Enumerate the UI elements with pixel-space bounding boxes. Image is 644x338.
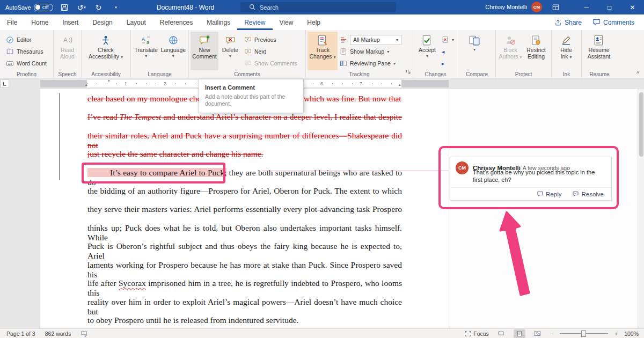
tab-home[interactable]: Home — [24, 14, 55, 30]
reviewing-pane-button[interactable]: Reviewing Pane ▾ — [338, 58, 404, 69]
tab-references[interactable]: References — [153, 14, 200, 30]
show-markup-icon — [340, 48, 347, 55]
group-accessibility: Check Accessibility ▾ Accessibility — [82, 30, 131, 78]
page-indicator[interactable]: Page 1 of 3 — [6, 330, 35, 337]
thesaurus-button[interactable]: Thesaurus — [4, 46, 49, 57]
next-change-button[interactable]: ▸ — [440, 58, 456, 69]
zoom-slider-handle[interactable] — [581, 330, 586, 337]
new-comment-button[interactable]: New Comment — [191, 32, 218, 70]
spelling-flagged-word[interactable]: Sycorax — [119, 278, 146, 288]
quick-access-customize-button[interactable]: ▾ — [110, 0, 122, 14]
word-count-button[interactable]: 123 Word Count — [4, 58, 49, 69]
read-mode-icon — [497, 330, 504, 337]
previous-change-button[interactable]: ◂ — [440, 46, 456, 57]
globe-icon — [168, 33, 179, 47]
svg-text:123: 123 — [8, 62, 12, 65]
editor-button[interactable]: Editor — [4, 34, 49, 45]
body-text-line[interactable]: the bidding of an authority figure—Prosp… — [87, 186, 402, 198]
compare-button[interactable]: ▾ — [460, 32, 489, 70]
save-icon — [60, 3, 69, 12]
body-text-line[interactable]: they serve their masters varies: Ariel p… — [87, 204, 402, 216]
ribbon-review: Editor Thesaurus 123 Word Count Proofing… — [0, 30, 644, 78]
save-button[interactable] — [58, 0, 70, 14]
tab-selector-button[interactable] — [1, 79, 9, 88]
body-text-line[interactable]: thinks up; Puck does what he is told, bu… — [87, 223, 402, 235]
hide-ink-button[interactable]: Hide Ink ▾ — [553, 32, 579, 70]
tab-insert[interactable]: Insert — [55, 14, 85, 30]
zoom-out-button[interactable]: − — [550, 330, 553, 337]
all-markup-select[interactable]: All Markup ▾ — [350, 35, 401, 45]
show-comments-button[interactable]: Show Comments — [242, 58, 299, 69]
annotation-box-comment-card — [438, 146, 619, 209]
user-name: Chrissy Montelli — [485, 4, 527, 10]
collapse-ribbon-button[interactable]: ^ — [636, 70, 639, 77]
focus-icon — [465, 330, 471, 337]
left-indent-marker[interactable]: ▴ — [85, 83, 87, 87]
word-count-indicator[interactable]: 862 words — [45, 330, 71, 337]
next-comment-button[interactable]: Next — [242, 46, 299, 57]
zoom-in-button[interactable]: + — [614, 330, 618, 337]
web-layout-icon — [534, 330, 541, 337]
comments-panel-button[interactable]: Comments — [592, 18, 634, 26]
restrict-editing-button[interactable]: Restrict Editing — [523, 32, 549, 70]
read-mode-button[interactable] — [495, 329, 507, 338]
zoom-level[interactable]: 100% — [624, 330, 639, 337]
deleted-text-line[interactable]: just recycle the same character and chan… — [87, 149, 402, 161]
autosave-toggle[interactable]: AutoSave Off — [5, 4, 53, 11]
close-button[interactable]: ✕ — [621, 0, 644, 14]
undo-button[interactable]: ↺▾ — [76, 0, 87, 14]
group-protect: Block Authors ▾ Restrict Editing Protect — [496, 30, 552, 78]
hide-ink-icon — [561, 33, 572, 47]
show-markup-button[interactable]: Show Markup ▾ — [338, 46, 404, 57]
first-line-indent-marker[interactable]: ▾ — [108, 79, 110, 83]
reject-icon — [442, 36, 449, 43]
body-text-line[interactable]: reality over him in order to exploit Ari… — [87, 297, 402, 309]
vertical-scrollbar[interactable] — [638, 89, 644, 328]
language-button[interactable]: Language ▾ — [160, 32, 187, 70]
search-icon — [249, 4, 256, 11]
reject-button[interactable]: ▾ — [440, 34, 456, 45]
tab-view[interactable]: View — [273, 14, 301, 30]
focus-mode-button[interactable]: Focus — [465, 330, 489, 337]
track-changes-button[interactable]: Track Changes ▾ — [308, 32, 338, 70]
body-text-line[interactable]: life after Sycorax imprisoned him in a t… — [87, 278, 402, 290]
body-text-line[interactable]: to obey Prospero until he is released fr… — [87, 315, 402, 327]
right-indent-marker[interactable]: ▴ — [399, 83, 401, 87]
redo-button[interactable]: ↻ — [93, 0, 105, 14]
block-authors-button[interactable]: Block Authors ▾ — [497, 32, 523, 70]
tab-mailings[interactable]: Mailings — [200, 14, 237, 30]
document-page[interactable]: clear based on my monologue cho which wa… — [40, 89, 449, 328]
markup-options-icon — [340, 36, 347, 43]
ribbon-display-options-button[interactable] — [547, 0, 564, 14]
minimize-button[interactable]: ─ — [575, 0, 598, 14]
tab-help[interactable]: Help — [300, 14, 327, 30]
chevron-down-icon: ▾ — [84, 5, 86, 10]
deleted-text-line[interactable]: I’ve read The Tempest and understand Ari… — [87, 112, 402, 124]
tab-layout[interactable]: Layout — [120, 14, 153, 30]
tab-file[interactable]: File — [0, 14, 24, 30]
proofing-status-button[interactable] — [80, 330, 87, 337]
previous-comment-button[interactable]: Previous — [242, 34, 299, 45]
body-text-line[interactable]: laments working for Prospero because he … — [87, 260, 402, 272]
zoom-slider[interactable] — [560, 333, 608, 334]
tab-review[interactable]: Review — [237, 14, 272, 30]
read-aloud-button[interactable]: A Read Aloud — [55, 32, 79, 70]
avatar[interactable]: CM — [531, 2, 542, 12]
translate-button[interactable]: Aa Translate ▾ — [133, 32, 160, 70]
accept-button[interactable]: Accept ▾ — [415, 32, 440, 70]
resume-assistant-button[interactable]: Resume Assistant — [583, 32, 614, 70]
web-layout-button[interactable] — [532, 329, 544, 338]
maximize-button[interactable]: □ — [598, 0, 621, 14]
deleted-text-line[interactable]: their similar roles, Ariel and Puck have… — [87, 131, 402, 143]
delete-comment-button[interactable]: Delete ▾ — [218, 32, 242, 70]
body-text-line[interactable]: Puck is Oberon’s rightful subject and th… — [87, 241, 402, 253]
autosave-label: AutoSave — [5, 4, 31, 11]
print-layout-button[interactable] — [514, 329, 525, 338]
share-button[interactable]: Share — [554, 19, 582, 26]
scrollbar-thumb[interactable] — [639, 92, 643, 157]
search-input[interactable]: Search — [240, 2, 396, 12]
tab-design[interactable]: Design — [85, 14, 119, 30]
previous-change-icon: ◂ — [442, 48, 444, 55]
check-accessibility-button[interactable]: Check Accessibility ▾ — [83, 32, 128, 70]
editor-icon — [6, 36, 14, 44]
